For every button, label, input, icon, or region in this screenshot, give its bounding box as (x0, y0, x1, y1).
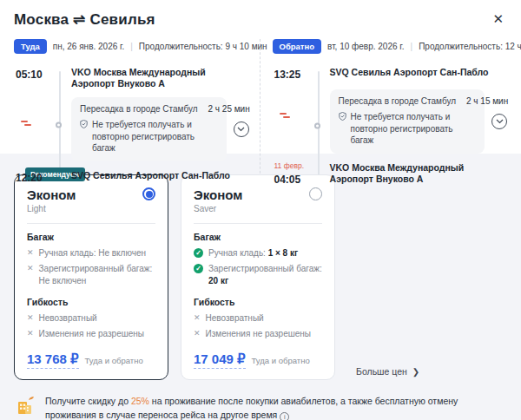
check-icon: ✓ (194, 264, 203, 273)
expand-outbound-details-button[interactable] (234, 121, 249, 137)
baggage-item: Зарегистрированный багаж: 20 кг (208, 263, 322, 287)
shield-icon (339, 112, 346, 147)
fare-price-note: Туда и обратно (252, 356, 310, 365)
check-icon: ✓ (194, 248, 203, 258)
departure-airport: SVQ Севилья Аэропорт Сан-Пабло (330, 66, 489, 78)
direction-badge-outbound: Туда (14, 39, 47, 54)
transfer-info-card: Пересадка в городе Стамбул 2 ч 25 мин Не… (71, 97, 227, 161)
fare-price[interactable]: 13 768 ₽ (27, 351, 79, 369)
fare-price-note: Туда и обратно (85, 356, 143, 365)
transfer-duration: 2 ч 15 мин (466, 96, 508, 106)
transfer-note: Не требуется получать и повторно регистр… (92, 119, 218, 154)
fare-subtitle: Light (27, 204, 76, 213)
page-title: Москва ⇌ Севилья (14, 10, 155, 29)
x-icon: ✕ (194, 312, 201, 325)
discount-highlight: 25% (131, 396, 149, 406)
outbound-duration: Продолжительность: 9 ч 10 мин (139, 42, 267, 51)
outbound-leg: Туда пн, 26 янв. 2026 г. | Продолжительн… (14, 39, 260, 187)
departure-time: 13:25 (274, 69, 301, 81)
more-prices-link[interactable]: Больше цен ❯ (356, 366, 419, 377)
x-icon: ✕ (27, 312, 34, 325)
flexibility-section-title: Гибкость (194, 297, 322, 307)
inbound-date: вт, 10 февр. 2026 г. (327, 42, 404, 51)
fare-radio-selected[interactable] (142, 187, 155, 200)
fare-price[interactable]: 17 049 ₽ (194, 351, 246, 369)
promo-text: Получите скидку до 25% на проживание пос… (45, 395, 507, 420)
departure-time: 05:10 (16, 69, 43, 81)
info-icon[interactable]: i (280, 412, 289, 420)
fare-title: Эконом (194, 187, 242, 202)
flexibility-section-title: Гибкость (27, 297, 155, 307)
outbound-date: пн, 26 янв. 2026 г. (53, 42, 124, 51)
baggage-item: Ручная кладь: 1 × 8 кг (208, 247, 298, 259)
departure-airport: VKO Москва Международный Аэропорт Внуков… (71, 66, 249, 89)
baggage-section-title: Багаж (194, 232, 322, 242)
x-icon: ✕ (27, 263, 34, 287)
fare-card-econom-saver[interactable]: Эконом Saver Багаж ✓Ручная кладь: 1 × 8 … (181, 174, 335, 380)
divider: | (130, 42, 133, 51)
arrival-airport: SVQ Севилья Аэропорт Сан-Пабло (71, 169, 230, 181)
close-icon[interactable]: ✕ (489, 10, 507, 27)
arrival-time: 04:05 (274, 174, 301, 186)
arrival-next-day-label: 11 февр. (274, 161, 311, 170)
fare-radio-unselected[interactable] (309, 187, 322, 200)
x-icon: ✕ (194, 328, 201, 340)
chevron-down-icon (496, 119, 504, 124)
fare-selection-section: Рекомендуем Эконом Light Багаж ✕Ручная к… (0, 154, 521, 420)
flexibility-item: Изменения не разрешены (206, 328, 311, 340)
airline-logo-icon (280, 107, 292, 122)
baggage-section-title: Багаж (27, 232, 155, 242)
more-prices-label: Больше цен (356, 366, 407, 377)
transfer-stop-marker (56, 122, 62, 128)
chevron-right-icon: ❯ (412, 367, 419, 377)
fare-card-econom-light[interactable]: Рекомендуем Эконом Light Багаж ✕Ручная к… (14, 174, 168, 380)
transfer-title: Пересадка в городе Стамбул (80, 104, 198, 114)
x-icon: ✕ (27, 328, 34, 340)
divider (27, 223, 155, 224)
transfer-duration: 2 ч 25 мин (208, 104, 250, 114)
arrival-airport: VKO Москва Международный Аэропорт Внуков… (330, 161, 508, 185)
divider: | (411, 42, 413, 51)
x-icon: ✕ (27, 247, 34, 259)
flight-details-panel: Москва ⇌ Севилья ✕ Туда пн, 26 янв. 2026… (0, 0, 521, 154)
chevron-down-icon (237, 127, 245, 132)
baggage-item: Зарегистрированный багаж: Не включен (39, 263, 155, 287)
fare-title: Эконом (27, 187, 76, 202)
hotel-discount-banner: Получите скидку до 25% на проживание пос… (14, 395, 507, 420)
fare-subtitle: Saver (194, 204, 242, 213)
expand-inbound-details-button[interactable] (491, 114, 507, 129)
arrival-time: 12:20 (16, 172, 43, 184)
inbound-leg: Обратно вт, 10 февр. 2026 г. | Продолжит… (260, 39, 508, 187)
flexibility-item: Невозвратный (39, 312, 97, 325)
airline-logo-icon (21, 115, 33, 130)
transfer-info-card: Пересадка в городе Стамбул 2 ч 15 мин Не… (330, 89, 485, 154)
direction-badge-inbound: Обратно (273, 39, 322, 54)
transfer-stop-marker (314, 123, 320, 129)
flexibility-item: Изменения не разрешены (39, 328, 144, 340)
baggage-item: Ручная кладь: Не включен (39, 247, 146, 259)
flexibility-item: Невозвратный (206, 312, 264, 325)
hotel-building-icon (14, 395, 36, 420)
transfer-title: Пересадка в городе Стамбул (339, 96, 457, 106)
divider (194, 223, 322, 224)
inbound-duration: Продолжительность: 12 ч 40 мин (419, 42, 521, 51)
shield-icon (80, 120, 88, 154)
transfer-note: Не требуется получать и повторно регистр… (351, 111, 477, 147)
